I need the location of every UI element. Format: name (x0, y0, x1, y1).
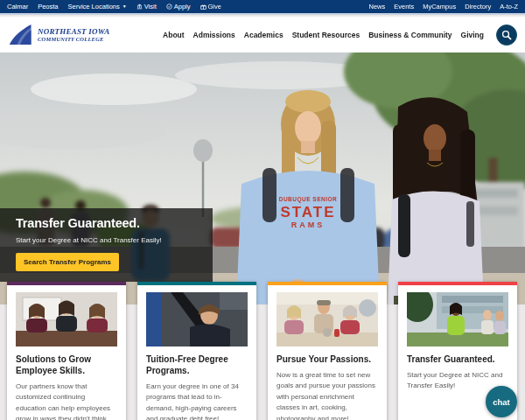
feature-cards: Solutions to Grow Employee Skills. Our p… (7, 282, 518, 420)
service-locations-dropdown[interactable]: Service Locations▼ (68, 3, 127, 10)
apply-label: Apply (174, 3, 191, 10)
link-give[interactable]: Give (200, 3, 221, 10)
card-title: Transfer Guaranteed. (407, 354, 508, 365)
utility-links-left: Calmar Peosta Service Locations▼ Visit A… (7, 3, 221, 10)
card-image-campus-students (407, 292, 508, 346)
magnifier-icon (501, 30, 512, 40)
card-tuition-free[interactable]: Tuition-Free Degree Programs. Earn your … (137, 282, 256, 420)
logo-line1: NORTHEAST IOWA (38, 27, 109, 36)
card-image-enrichment-class (276, 292, 378, 346)
card-image-industrial-lab (146, 292, 248, 346)
building-icon (136, 4, 143, 10)
card-pursue-passions[interactable]: Pursue Your Passions. Now is a great tim… (268, 282, 387, 420)
card-body: Our partners know that customized contin… (16, 382, 117, 420)
link-events[interactable]: Events (394, 3, 414, 10)
nav-student-resources[interactable]: Student Resources (292, 31, 360, 39)
shirt-text-bottom: RAMS (291, 220, 326, 229)
utility-bar: Calmar Peosta Service Locations▼ Visit A… (0, 0, 525, 15)
nav-admissions[interactable]: Admissions (193, 31, 235, 39)
card-body: Earn your degree in one of 34 programs t… (146, 382, 248, 420)
link-mycampus[interactable]: MyCampus (423, 3, 456, 10)
nicc-homepage: Calmar Peosta Service Locations▼ Visit A… (0, 0, 525, 420)
link-visit[interactable]: Visit (136, 3, 157, 10)
link-news[interactable]: News (369, 3, 386, 10)
gift-icon (200, 4, 206, 10)
logo-line2: COMMUNITY COLLEGE (38, 36, 109, 42)
utility-links-right: News Events MyCampus Directory A-to-Z (369, 3, 519, 10)
search-transfer-programs-button[interactable]: Search Transfer Programs (16, 253, 119, 271)
link-apply[interactable]: Apply (166, 3, 191, 10)
give-label: Give (208, 3, 221, 10)
hero-heading: Transfer Guaranteed. (16, 216, 197, 230)
nav-academics[interactable]: Academics (244, 31, 284, 39)
shirt-text-top: DUBUQUE SENIOR (279, 196, 338, 203)
nav-about[interactable]: About (163, 31, 185, 39)
card-image-office-meeting (16, 292, 117, 346)
card-title: Solutions to Grow Employee Skills. (16, 354, 117, 376)
caret-down-icon: ▼ (122, 4, 127, 9)
link-directory[interactable]: Directory (465, 3, 491, 10)
link-calmar[interactable]: Calmar (7, 3, 28, 10)
visit-label: Visit (144, 3, 157, 10)
logo-text: NORTHEAST IOWA COMMUNITY COLLEGE (38, 27, 109, 42)
chat-button[interactable]: chat (486, 386, 517, 417)
link-peosta[interactable]: Peosta (38, 3, 58, 10)
search-button[interactable] (496, 24, 517, 46)
nicc-logo-mark (8, 23, 34, 46)
card-title: Tuition-Free Degree Programs. (146, 354, 248, 376)
apply-circle-icon (166, 4, 172, 10)
hero-overlay-panel: Transfer Guaranteed. Start your Degree a… (0, 208, 213, 282)
hero-subheading: Start your Degree at NICC and Transfer E… (16, 236, 197, 244)
main-header: NORTHEAST IOWA COMMUNITY COLLEGE About A… (0, 17, 525, 52)
nicc-logo[interactable]: NORTHEAST IOWA COMMUNITY COLLEGE (8, 23, 109, 46)
card-title: Pursue Your Passions. (276, 354, 378, 365)
shirt-text-main: STATE (280, 204, 335, 220)
main-nav: About Admissions Academics Student Resou… (163, 24, 517, 46)
service-locations-label: Service Locations (68, 3, 120, 10)
hero-section: DUBUQUE SENIOR STATE RAMS (0, 52, 525, 304)
card-body: Now is a great time to set new goals and… (276, 370, 378, 420)
nav-business-community[interactable]: Business & Community (368, 31, 452, 39)
link-a-to-z[interactable]: A-to-Z (500, 3, 518, 10)
card-employee-skills[interactable]: Solutions to Grow Employee Skills. Our p… (7, 282, 126, 420)
nav-giving[interactable]: Giving (461, 31, 484, 39)
